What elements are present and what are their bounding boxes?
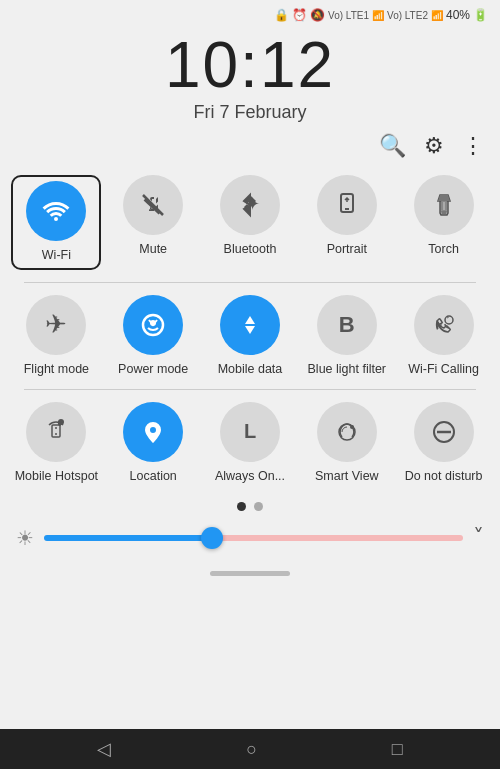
mute-label: Mute [139,241,167,257]
dnd-label: Do not disturb [405,468,483,484]
location-circle [123,402,183,462]
dnd-circle [414,402,474,462]
always-on-label: Always On... [215,468,285,484]
quick-tiles: Wi-Fi Mute ✦ Bluetooth [0,167,500,492]
lock-icon: 🔒 [274,8,289,22]
page-dots [0,492,500,517]
mobile-data-label: Mobile data [218,361,283,377]
mobile-data-circle [220,295,280,355]
tiles-row-2: ✈ Flight mode Power mode [8,287,492,385]
dot-1[interactable] [237,502,246,511]
tile-mobile-data[interactable]: Mobile data [205,295,295,377]
wifi-circle [26,181,86,241]
tile-smart-view[interactable]: Smart View [302,402,392,484]
power-label: Power mode [118,361,188,377]
tile-mute[interactable]: Mute [108,175,198,257]
row-divider-2 [24,389,476,390]
tile-wifi[interactable]: Wi-Fi [11,175,101,269]
dot-2[interactable] [254,502,263,511]
svg-point-15 [350,425,354,429]
row-divider-1 [24,282,476,283]
alarm-icon: ⏰ [292,8,307,22]
tiles-row-1: Wi-Fi Mute ✦ Bluetooth [8,167,492,277]
svg-rect-12 [52,425,60,437]
svg-marker-7 [441,211,447,214]
lte1-indicator: Vo) LTE1 [328,10,369,21]
signal1-icon: 📶 [372,10,384,21]
flight-label: Flight mode [24,361,89,377]
blue-light-circle: B [317,295,377,355]
battery-icon: 🔋 [473,8,488,22]
status-bar: 🔒 ⏰ 🔕 Vo) LTE1 📶 Vo) LTE2 📶 40% 🔋 [0,0,500,26]
brightness-slider[interactable] [44,535,463,541]
svg-text:✦: ✦ [245,194,260,214]
bottom-nav-bar: ◁ ○ □ [0,729,500,769]
svg-marker-5 [438,195,450,201]
date-text: Fri 7 February [0,102,500,123]
search-icon[interactable]: 🔍 [379,133,406,159]
hotspot-label: Mobile Hotspot [15,468,98,484]
tile-torch[interactable]: Torch [399,175,489,257]
torch-circle [414,175,474,235]
wifi-calling-circle [414,295,474,355]
tile-power-mode[interactable]: Power mode [108,295,198,377]
tile-mobile-hotspot[interactable]: Mobile Hotspot [11,402,101,484]
brightness-thumb[interactable] [201,527,223,549]
top-actions: 🔍 ⚙ ⋮ [0,125,500,167]
time-text: 10:12 [0,30,500,100]
recent-apps-icon[interactable]: □ [392,739,403,760]
bluetooth-label: Bluetooth [224,241,277,257]
location-label: Location [130,468,177,484]
bluetooth-circle: ✦ [220,175,280,235]
hotspot-circle [26,402,86,462]
tile-wifi-calling[interactable]: Wi-Fi Calling [399,295,489,377]
more-options-icon[interactable]: ⋮ [462,133,484,159]
smart-view-label: Smart View [315,468,379,484]
home-bar-line [210,571,290,576]
brightness-icon: ☀ [16,526,34,550]
tile-portrait[interactable]: Portrait [302,175,392,257]
torch-label: Torch [428,241,459,257]
tile-flight-mode[interactable]: ✈ Flight mode [11,295,101,377]
blue-light-label: Blue light filter [308,361,387,377]
tile-bluetooth[interactable]: ✦ Bluetooth [205,175,295,257]
back-icon[interactable]: ◁ [97,738,111,760]
status-icons: 🔒 ⏰ 🔕 Vo) LTE1 📶 Vo) LTE2 📶 40% 🔋 [274,8,488,22]
svg-point-11 [445,316,453,324]
flight-circle: ✈ [26,295,86,355]
wifi-calling-label: Wi-Fi Calling [408,361,479,377]
home-icon[interactable]: ○ [246,739,257,760]
brightness-expand-icon[interactable]: ˅ [473,525,484,551]
power-circle [123,295,183,355]
portrait-circle [317,175,377,235]
svg-point-10 [150,320,156,326]
lte2-indicator: Vo) LTE2 [387,10,428,21]
battery-level: 40% [446,8,470,22]
settings-icon[interactable]: ⚙ [424,133,444,159]
tile-do-not-disturb[interactable]: Do not disturb [399,402,489,484]
tile-location[interactable]: Location [108,402,198,484]
tile-always-on[interactable]: L Always On... [205,402,295,484]
mute-icon: 🔕 [310,8,325,22]
portrait-label: Portrait [327,241,367,257]
time-display: 10:12 Fri 7 February [0,26,500,125]
home-bar [0,559,500,582]
smart-view-circle [317,402,377,462]
tiles-row-3: Mobile Hotspot Location L Always On... [8,394,492,492]
always-on-circle: L [220,402,280,462]
signal2-icon: 📶 [431,10,443,21]
mute-circle [123,175,183,235]
brightness-row: ☀ ˅ [0,517,500,559]
tile-blue-light[interactable]: B Blue light filter [302,295,392,377]
wifi-label: Wi-Fi [42,247,71,263]
